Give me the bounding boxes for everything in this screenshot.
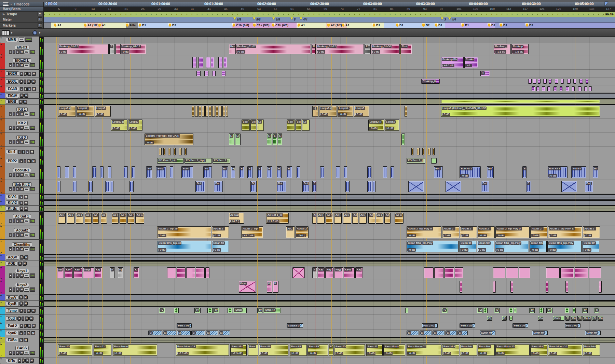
clip-eg3r[interactable]: [584, 86, 587, 91]
clip-bass[interactable]: Bass-Mono-130 dB: [495, 344, 530, 356]
clip-acgat2[interactable]: AcGat 2_0 dB: [460, 226, 477, 238]
track-agb-btn-s[interactable]: S: [18, 262, 22, 266]
clip-bass[interactable]: Bass-Mono-070 dB: [407, 344, 441, 356]
track-collapse-icon[interactable]: ▾: [0, 261, 2, 264]
clip-kit-3[interactable]: Loops6 (HipHop)_bip-GAIN0 dB: [145, 134, 193, 145]
track-color-strip[interactable]: ▾▸: [0, 180, 5, 194]
track-color-strip[interactable]: ▾: [0, 301, 5, 306]
tempo-ruler[interactable]: ▼ ▼ ▼ ▼ ▼ ▼ ▼ ▼ ▼ ▼ ▼ ▼ ▼ ▼ ▼ ▼ ▼ ▼ ▼ ▼ …: [43, 12, 615, 17]
clip-elgat1[interactable]: Re-Amp_-1.5 dE: [494, 44, 511, 54]
clip-bobkit-1[interactable]: [108, 166, 111, 178]
track-kit-2-btn-red[interactable]: red: [30, 126, 36, 130]
ruler-row-meter[interactable]: Meter+: [0, 17, 43, 23]
lane-ktvr2[interactable]: [43, 200, 615, 206]
clip-oud[interactable]: O|: [577, 316, 582, 321]
track-kit-3-btn-red[interactable]: red: [30, 140, 36, 144]
track-elgat1-btn-s[interactable]: S: [16, 50, 19, 54]
track-bobkit-1-btn--[interactable]: ●: [9, 173, 12, 177]
track-name[interactable]: ElGtV: [6, 94, 19, 98]
clip-elgat1[interactable]: Re-Amp_01-170 dB: [120, 44, 146, 54]
clip-elgat1[interactable]: Re-/: [400, 44, 412, 54]
clip-keys1[interactable]: [196, 267, 205, 278]
clip-kit-2[interactable]: Loops20 dB: [385, 120, 399, 131]
track-eg3r[interactable]: ▾EG3R●ISM: [0, 85, 43, 93]
track-collapse-icon[interactable]: ▾: [0, 322, 2, 325]
track-eg2r-btn--[interactable]: ●: [20, 72, 23, 76]
clip-synr[interactable]: S|: [191, 331, 205, 335]
marker-a1[interactable]: A1: [98, 23, 106, 27]
track-expand-icon[interactable]: ▸: [1, 177, 2, 180]
clip-tymp[interactable]: [174, 308, 179, 313]
track-color-strip[interactable]: ▾: [0, 78, 5, 85]
clip-elgat2-l[interactable]: Re-An+2.: [464, 57, 478, 68]
track-kit-3-btn-s[interactable]: S: [16, 140, 19, 144]
track-oud-btn-s[interactable]: S: [25, 317, 29, 321]
track-agb[interactable]: ▾AGBSM: [0, 261, 43, 266]
track-bob-kit-2-btn-red[interactable]: red: [30, 187, 36, 191]
track-collapse-icon[interactable]: ▾: [0, 315, 2, 318]
track-acgat2-btn-red[interactable]: red: [30, 233, 36, 237]
clip-bobkit-1[interactable]: [132, 166, 135, 178]
clip-elgat2-l[interactable]: [206, 57, 210, 68]
clip-keys1[interactable]: Ke|: [318, 267, 325, 278]
track-ktvr2-btn-m[interactable]: M: [24, 201, 28, 205]
clip-keys1[interactable]: [177, 267, 186, 278]
track-collapse-icon[interactable]: ▾: [0, 337, 2, 340]
clip-ac-gat-1[interactable]: Ac (: [343, 213, 351, 224]
clip-acgat2[interactable]: AcGat 2_0 dB: [530, 226, 547, 238]
clip-kit-1[interactable]: L|: [312, 106, 318, 117]
track-expand-icon[interactable]: ▸: [1, 237, 2, 239]
meter-change[interactable]: 4/4: [300, 17, 308, 22]
track-name[interactable]: Kit 3: [16, 135, 28, 140]
track-collapse-icon[interactable]: ▾: [0, 212, 2, 215]
track-eg2r[interactable]: ▾EG2R●ISM: [0, 70, 43, 78]
track-bass-btn-s[interactable]: S: [16, 351, 19, 355]
clip-kit-4[interactable]: [174, 148, 176, 155]
track-kysb-btn-m[interactable]: M: [24, 302, 28, 306]
track-kit-1-btn-s[interactable]: S: [16, 112, 19, 116]
track-ktvr2[interactable]: ▾KtVr2SM: [0, 200, 43, 206]
clip-tymp[interactable]: [207, 308, 213, 313]
track-tymp-btn--[interactable]: ●: [19, 309, 23, 313]
track-kt-bs[interactable]: ▾Kt-BsSM: [0, 206, 43, 212]
track-name[interactable]: KtVr2: [6, 200, 19, 205]
clip-ac-gat-1[interactable]: Ac: [384, 213, 391, 224]
track-color-strip[interactable]: ▾▸: [0, 343, 5, 357]
track-acgat2[interactable]: ▾▸AcGat2●ISMwvred: [0, 225, 43, 240]
clip-keys1[interactable]: F|: [118, 267, 123, 278]
track-name[interactable]: KITs: [6, 359, 17, 363]
track-kit-2[interactable]: ▾▸Kit 2●ISMwvred: [0, 118, 43, 132]
track-kits-btn-m[interactable]: M: [30, 359, 34, 363]
clip-kit-1[interactable]: [192, 106, 194, 117]
ruler-row-tempo[interactable]: ▶Tempo+: [0, 12, 43, 17]
clip-kit-4[interactable]: [179, 148, 182, 155]
lane-kt-bs[interactable]: [43, 206, 615, 212]
clip-ac-gat-1[interactable]: Ac |: [334, 213, 342, 224]
clip-bob-kit-2[interactable]: Bot: [214, 181, 223, 192]
clip-keys1[interactable]: [167, 267, 176, 278]
clip-eg2r[interactable]: [196, 71, 201, 76]
track-eg3r-btn--[interactable]: ●: [20, 87, 23, 91]
track-color-strip[interactable]: ▾: [0, 294, 5, 300]
clip-eg3l[interactable]: [528, 79, 532, 84]
clip-keys2[interactable]: Keys: [239, 281, 256, 293]
clip-elgat2-l[interactable]: Re-Amp-Rh+4.0 dB: [441, 57, 464, 68]
track-name[interactable]: EG3R: [6, 87, 19, 91]
track-bobkit-1-btn-m[interactable]: M: [19, 173, 24, 177]
track-bobkit-1-btn-wv[interactable]: wv: [24, 173, 29, 177]
track-keys2-btn--[interactable]: ●: [9, 288, 12, 292]
clip-kit-1[interactable]: [405, 106, 407, 117]
ruler-menu-dropdown-icon[interactable]: ▼: [10, 3, 12, 5]
track-ac-gat-1-btn-wv[interactable]: wv: [24, 219, 29, 223]
track-color-strip[interactable]: ▾▸: [0, 118, 5, 132]
track-kits-btn--[interactable]: ●: [18, 359, 21, 363]
track-pdp2-btn-i[interactable]: I: [24, 159, 26, 163]
track-keys1[interactable]: ▾▸Keys1●ISMwvred: [0, 266, 43, 280]
marker-a2-1-2-[interactable]: A2 (1/2): [84, 23, 99, 27]
track-color-strip[interactable]: ▾▸: [0, 43, 5, 56]
clip-bob-kit-2[interactable]: [367, 181, 372, 192]
track-color-strip[interactable]: ▾: [0, 99, 5, 104]
clip-keys1[interactable]: Ke: [57, 267, 64, 278]
track-name[interactable]: KysB: [6, 302, 19, 306]
track-expand-icon[interactable]: ▸: [1, 115, 2, 118]
